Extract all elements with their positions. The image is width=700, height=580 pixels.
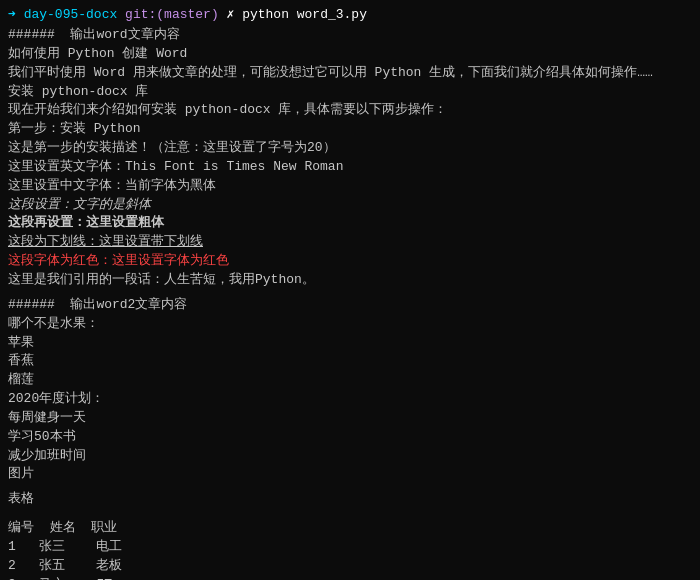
table-row-0: 1 张三 电工 [8,538,692,557]
table-label: 表格 [8,490,692,509]
list-item-0: 苹果 [8,334,692,353]
plan-item-3: 图片 [8,465,692,484]
output-line5: 第一步：安装 Python [8,120,692,139]
section2-header: ###### 输出word2文章内容 [8,296,692,315]
table-row-1: 2 张五 老板 [8,557,692,576]
output-line8: 这里设置中文字体：当前字体为黑体 [8,177,692,196]
list-item-2: 榴莲 [8,371,692,390]
plan-item-1: 学习50本书 [8,428,692,447]
output-line7: 这里设置英文字体：This Font is Times New Roman [8,158,692,177]
prompt-dir: day-095-docx [16,7,117,22]
prompt-line: ➜ day-095-docx git: (master) ✗ python wo… [8,6,692,22]
list-item-1: 香蕉 [8,352,692,371]
plan-item-2: 减少加班时间 [8,447,692,466]
plan-item-0: 每周健身一天 [8,409,692,428]
output-line4: 现在开始我们来介绍如何安装 python-docx 库，具体需要以下两步操作： [8,101,692,120]
output-line9: 这段设置：文字的是斜体 [8,196,692,215]
table-headers: 编号 姓名 职业 [8,519,692,538]
table-section: 编号 姓名 职业 1 张三 电工 2 张五 老板 3 马六 IT [8,519,692,580]
spacer3 [8,509,692,515]
prompt-separator: ✗ [219,6,242,22]
output-line2: 我们平时使用 Word 用来做文章的处理，可能没想过它可以用 Python 生成… [8,64,692,83]
table-row-2: 3 马六 IT [8,576,692,580]
terminal: ➜ day-095-docx git: (master) ✗ python wo… [0,0,700,580]
prompt-branch: (master) [156,7,218,22]
plan-header: 2020年度计划： [8,390,692,409]
prompt-arrow: ➜ [8,6,16,22]
output-line10: 这段再设置：这里设置粗体 [8,214,692,233]
output-line11: 这段为下划线：这里设置带下划线 [8,233,692,252]
output-line6: 这是第一步的安装描述！（注意：这里设置了字号为20） [8,139,692,158]
output-line13: 这里是我们引用的一段话：人生苦短，我用Python。 [8,271,692,290]
list-header: 哪个不是水果： [8,315,692,334]
section1-header: ###### 输出word文章内容 [8,26,692,45]
prompt-command: python word_3.py [242,7,367,22]
output-line1: 如何使用 Python 创建 Word [8,45,692,64]
output-line12: 这段字体为红色：这里设置字体为红色 [8,252,692,271]
output-line3: 安装 python-docx 库 [8,83,692,102]
prompt-git: git: [117,7,156,22]
